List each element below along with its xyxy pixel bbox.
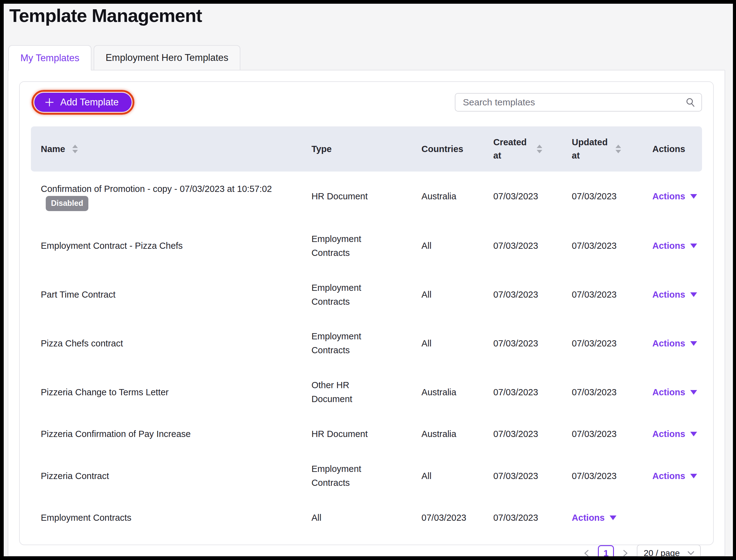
cell-value: 07/03/2023 xyxy=(493,427,572,441)
cell-name: Pizzeria Confirmation of Pay Increase xyxy=(31,427,312,441)
column-header-actions: Actions xyxy=(652,144,702,154)
tab-employment-hero-templates[interactable]: Employment Hero Templates xyxy=(94,45,240,70)
page-size-select[interactable]: 20 / page xyxy=(637,545,701,556)
cell-text: Employment Contracts xyxy=(312,464,361,488)
cell-value: 07/03/2023 xyxy=(572,288,653,302)
row-actions-button[interactable]: Actions xyxy=(652,239,697,253)
column-label: Actions xyxy=(652,144,685,154)
search-input[interactable] xyxy=(455,93,702,112)
row-actions-button[interactable]: Actions xyxy=(652,337,697,350)
cell-type: Employment Contracts xyxy=(312,232,421,260)
row-actions-label: Actions xyxy=(652,288,685,302)
column-label: Type xyxy=(312,144,332,154)
cell-text: Employment Contracts xyxy=(312,234,361,258)
cell-actions: Actions xyxy=(652,469,706,483)
cell-text: All xyxy=(421,471,431,481)
cell-actions: Actions xyxy=(652,189,706,203)
cell-value: Australia xyxy=(421,427,493,441)
triangle-down-icon xyxy=(610,515,616,520)
cell-value: 07/03/2023 xyxy=(572,427,653,441)
cell-name: Pizza Chefs contract xyxy=(31,337,312,350)
tab-bar: My Templates Employment Hero Templates xyxy=(8,45,733,70)
cell-value: 07/03/2023 xyxy=(493,469,572,483)
table-row: Employment ContractsAll07/03/202307/03/2… xyxy=(31,500,702,535)
cell-value: Australia xyxy=(421,189,493,203)
cell-text: 07/03/2023 xyxy=(572,191,617,201)
previous-page-button[interactable] xyxy=(581,547,592,556)
triangle-down-icon xyxy=(690,390,697,395)
cell-value: All xyxy=(421,337,493,350)
row-actions-button[interactable]: Actions xyxy=(652,469,697,483)
chevron-right-icon xyxy=(621,549,629,556)
cell-name: Employment Contracts xyxy=(31,511,312,525)
row-actions-button[interactable]: Actions xyxy=(652,189,697,203)
tab-my-templates[interactable]: My Templates xyxy=(8,45,92,70)
templates-card: Add Template Name Type xyxy=(19,81,714,545)
cell-type: All xyxy=(312,511,421,525)
sort-arrows-icon[interactable] xyxy=(615,144,621,154)
cell-text: Australia xyxy=(421,191,456,201)
page-size-value: 20 / page xyxy=(644,548,680,556)
sort-arrows-icon[interactable] xyxy=(72,144,78,154)
cell-actions: Actions xyxy=(572,511,653,525)
cell-text: 07/03/2023 xyxy=(493,471,538,481)
cell-name: Pizzeria Change to Terms Letter xyxy=(31,385,312,399)
cell-text: Australia xyxy=(421,429,456,439)
cell-type: Other HR Document xyxy=(312,378,421,406)
row-actions-label: Actions xyxy=(652,337,685,350)
cell-name: Confirmation of Promotion - copy - 07/03… xyxy=(31,182,312,211)
cell-text: All xyxy=(421,338,431,348)
column-label: Updated at xyxy=(572,136,608,163)
cell-text: Australia xyxy=(421,387,456,397)
cell-text: Pizzeria Change to Terms Letter xyxy=(41,387,169,397)
column-header-name[interactable]: Name xyxy=(31,144,312,154)
table-row: Pizzeria ContractEmployment ContractsAll… xyxy=(31,452,702,500)
cell-text: Confirmation of Promotion - copy - 07/03… xyxy=(41,184,272,194)
cell-value: All xyxy=(421,239,493,253)
cell-text: 07/03/2023 xyxy=(421,513,466,523)
cell-value: 07/03/2023 xyxy=(572,337,653,350)
page-number-button[interactable]: 1 xyxy=(598,545,614,556)
column-header-countries: Countries xyxy=(421,144,493,154)
cell-type: HR Document xyxy=(312,189,421,203)
annotation-highlight-ring: Add Template xyxy=(32,90,134,115)
row-actions-label: Actions xyxy=(652,189,685,203)
column-header-created-at[interactable]: Created at xyxy=(493,136,572,163)
row-actions-label: Actions xyxy=(652,239,685,253)
cell-text: 07/03/2023 xyxy=(572,290,617,299)
column-header-updated-at[interactable]: Updated at xyxy=(572,136,653,163)
triangle-down-icon xyxy=(690,341,697,346)
table-header-row: Name Type Countries Created at Updated xyxy=(31,126,702,172)
cell-text: 07/03/2023 xyxy=(572,241,617,251)
row-actions-button[interactable]: Actions xyxy=(652,385,697,399)
search-icon xyxy=(685,97,695,107)
add-template-button[interactable]: Add Template xyxy=(34,93,132,112)
cell-value: 07/03/2023 xyxy=(493,189,572,203)
cell-text: Other HR Document xyxy=(312,380,352,404)
cell-value: Australia xyxy=(421,385,493,399)
cell-actions: Actions xyxy=(652,288,706,302)
cell-text: Pizzeria Confirmation of Pay Increase xyxy=(41,429,191,439)
cell-text: 07/03/2023 xyxy=(493,191,538,201)
sort-arrows-icon[interactable] xyxy=(536,144,542,154)
row-actions-label: Actions xyxy=(572,511,605,525)
triangle-down-icon xyxy=(690,244,697,248)
cell-name: Part Time Contract xyxy=(31,288,312,302)
cell-type: Employment Contracts xyxy=(312,281,421,309)
cell-name: Employment Contract - Pizza Chefs xyxy=(31,239,312,253)
column-label: Countries xyxy=(421,144,463,154)
row-actions-button[interactable]: Actions xyxy=(572,511,616,525)
next-page-button[interactable] xyxy=(620,547,631,556)
cell-text: HR Document xyxy=(312,429,368,439)
cell-value: 07/03/2023 xyxy=(572,239,653,253)
cell-value: 07/03/2023 xyxy=(572,385,653,399)
cell-value: 07/03/2023 xyxy=(421,511,493,525)
row-actions-button[interactable]: Actions xyxy=(652,288,697,302)
chevron-left-icon xyxy=(582,549,590,556)
cell-text: All xyxy=(312,513,321,523)
screenshot-frame: Template Management My Templates Employm… xyxy=(0,0,736,560)
cell-value: 07/03/2023 xyxy=(572,189,653,203)
table-row: Part Time ContractEmployment ContractsAl… xyxy=(31,270,702,319)
row-actions-button[interactable]: Actions xyxy=(652,427,697,441)
cell-value: 07/03/2023 xyxy=(493,511,572,525)
